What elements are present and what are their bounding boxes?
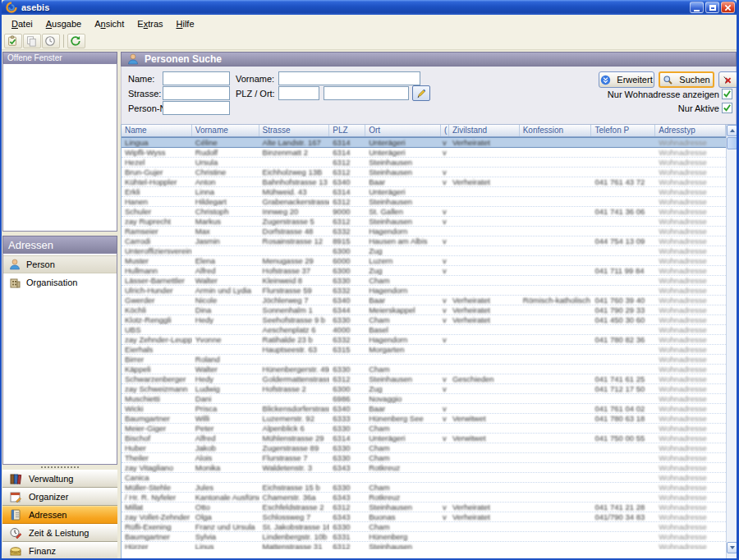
table-row[interactable]: RamseierMaxDorfstrasse 486332HagendornWo… bbox=[122, 227, 726, 236]
menu-hilfe[interactable]: Hilfe bbox=[170, 16, 201, 31]
cell-ort: Steinhausen bbox=[365, 217, 441, 226]
menu-extras[interactable]: Extras bbox=[131, 16, 169, 31]
table-row[interactable]: CanicaWohnadresse bbox=[122, 473, 726, 483]
table-row[interactable]: Ulrich-HunderArmin und LydiaFlurstrasse … bbox=[122, 286, 726, 296]
column-header-konfession[interactable]: Konfession bbox=[520, 125, 592, 136]
sidebar-item-label: Person bbox=[26, 259, 55, 269]
ort-input[interactable] bbox=[324, 86, 409, 100]
table-row[interactable]: UBSAeschenplatz 64000BaselWohnadresse bbox=[122, 325, 726, 335]
suchen-button[interactable]: Suchen bbox=[659, 71, 714, 88]
table-row[interactable]: MusterElenaMenugasse 296000LuzernvWohnad… bbox=[122, 256, 726, 266]
table-row[interactable]: CarrodiJasminRosainstrasse 128915Hausen … bbox=[122, 236, 726, 246]
column-header-adresstyp[interactable]: Adresstyp bbox=[655, 125, 726, 136]
table-row[interactable]: EierhalsHauptseestr. 636315MorgartenWohn… bbox=[122, 345, 726, 355]
table-row[interactable]: Brun-GujerChristineEichholzweg 13B6312St… bbox=[122, 168, 726, 177]
table-row[interactable]: Unteroffiziersverein6300ZugWohnadresse bbox=[122, 246, 726, 256]
column-header-name[interactable]: Name bbox=[122, 125, 192, 136]
table-row[interactable]: zay Vollet-ZehnderOlgaSchlossweg 76343Bu… bbox=[122, 512, 726, 522]
nav-item-verwaltung[interactable]: Verwaltung bbox=[2, 470, 117, 488]
scrollbar-down-button[interactable] bbox=[727, 542, 737, 553]
table-row[interactable]: Wipfli-WyssRudolfBinzenmatt 26314Unteräg… bbox=[122, 148, 726, 158]
table-row[interactable]: ErkliLinnaMühweid. 436314UnterägeriWohna… bbox=[122, 187, 726, 197]
name-input[interactable] bbox=[163, 71, 230, 85]
table-row[interactable]: zay RuprechtMarkusZugerstrasse 56312Stei… bbox=[122, 217, 726, 227]
cell-ort: Zug bbox=[365, 266, 441, 275]
maximize-button[interactable] bbox=[705, 2, 719, 13]
aktive-checkbox[interactable] bbox=[722, 103, 732, 113]
person-nr-input[interactable] bbox=[163, 101, 230, 115]
column-header-vorname[interactable]: Vorname bbox=[192, 125, 259, 136]
table-row[interactable]: HullmannAlfredHofstrasse 376300Zugv041 7… bbox=[122, 266, 726, 276]
table-row[interactable]: KöchliDinaSonnenhalm 16344MeierskappelvV… bbox=[122, 305, 726, 315]
close-button[interactable] bbox=[721, 2, 735, 13]
table-row[interactable]: / Hr. R. NyfelerKantonale AusfürsorgeCha… bbox=[122, 493, 726, 503]
table-row[interactable]: BischofAlfredMühlenstrasse 296314Unteräg… bbox=[122, 434, 726, 443]
toolbar-button-refresh[interactable] bbox=[67, 34, 85, 48]
table-row[interactable]: LinguaCélineAlte Landstr. 1676314Unteräg… bbox=[122, 137, 726, 148]
table-row[interactable]: MuschiettiDani6986NovaggioWohnadresse bbox=[122, 394, 726, 404]
table-row[interactable]: zay SchweizmannLudwigHofstrasse 26300Zug… bbox=[122, 384, 726, 394]
plz-lookup-button[interactable] bbox=[412, 85, 430, 101]
table-row[interactable]: zay VitaglianoMonikaWaldetenstr. 36343Ro… bbox=[122, 463, 726, 473]
sidebar-item-organisation[interactable]: Organisation bbox=[3, 273, 117, 291]
column-header-flag[interactable]: ( bbox=[441, 125, 449, 136]
clear-search-button[interactable] bbox=[718, 71, 738, 88]
nav-item-organizer[interactable]: Organizer bbox=[2, 488, 117, 506]
cell-konfession bbox=[520, 207, 592, 216]
table-row[interactable]: HürzerLinusMattenstrasse 316312Steinhaus… bbox=[122, 542, 726, 549]
plz-input[interactable] bbox=[278, 86, 319, 100]
strasse-input[interactable] bbox=[163, 86, 230, 100]
menu-datei[interactable]: Datei bbox=[5, 16, 39, 31]
column-header-plz[interactable]: PLZ bbox=[329, 125, 365, 136]
nav-item-adressen[interactable]: Adressen bbox=[2, 506, 117, 524]
table-row[interactable]: Meier-GigerPeterAlpenblick 66330ChamWohn… bbox=[122, 424, 726, 434]
table-row[interactable]: Kühtel-HopplerAntonBahnhofstrasse 136340… bbox=[122, 177, 726, 187]
sidebar-item-person[interactable]: Person bbox=[3, 255, 117, 273]
table-row[interactable]: MillatOttoEschfeldstrasse 26312Steinhaus… bbox=[122, 503, 726, 512]
column-header-ort[interactable]: Ort bbox=[365, 125, 441, 136]
table-row[interactable]: HuberJakobZugerstrasse 896330ChamWohnadr… bbox=[122, 443, 726, 453]
table-row[interactable]: TheilerAloisFlurstrasse 76330ChamWohnadr… bbox=[122, 453, 726, 463]
table-row[interactable]: BaumgartnerSylviaLindenbergstr. 10b6331H… bbox=[122, 532, 726, 542]
cell-zivilstand bbox=[449, 187, 520, 196]
cell-vorname: Linus bbox=[192, 542, 259, 549]
nav-item-zeit-leistung[interactable]: Zeit & Leistung bbox=[2, 524, 117, 542]
toolbar-button-clipboard-check[interactable] bbox=[4, 34, 22, 48]
toolbar-button-clipboard-copy[interactable] bbox=[23, 34, 41, 48]
table-row[interactable]: KäppeliWalterHünenbergerstr. 49d6330Cham… bbox=[122, 365, 726, 374]
table-row[interactable]: HanenHildegartGrabenackerstrasse ...6312… bbox=[122, 197, 726, 207]
cell-name: Käppeli bbox=[122, 365, 192, 374]
table-row[interactable]: SchulerChristophInnweg 209000St. Gallenv… bbox=[122, 207, 726, 217]
table-row[interactable]: HezelUrsula6312SteinhausenWohnadresse bbox=[122, 158, 726, 168]
table-row[interactable]: Müller-StehleJulesEichstrasse 15 b6330Ch… bbox=[122, 483, 726, 493]
column-header-zivilstand[interactable]: Zivilstand bbox=[449, 125, 520, 136]
cell-strasse: Schlossweg 7 bbox=[259, 512, 330, 521]
table-row[interactable]: WickiPriscaBlickensdorferstrasse ...6340… bbox=[122, 404, 726, 414]
column-header-strasse[interactable]: Strasse bbox=[259, 125, 330, 136]
table-row[interactable]: SchwarzenbergerHedyGoldermattenstrasse .… bbox=[122, 374, 726, 384]
table-row[interactable]: zay Zehnder-LeuppiYvonneRatihalde 23 b63… bbox=[122, 335, 726, 345]
toolbar-button-clock[interactable] bbox=[42, 34, 60, 48]
scrollbar-up-button[interactable] bbox=[727, 125, 737, 136]
nav-item-finanz[interactable]: Finanz bbox=[2, 542, 117, 560]
table-row[interactable]: Klotz-RenggliHedySeehofstrasse 9 b6330Ch… bbox=[122, 315, 726, 325]
open-windows-list[interactable] bbox=[2, 63, 117, 232]
erweitert-button[interactable]: Erweitert bbox=[599, 71, 654, 88]
vorname-input[interactable] bbox=[278, 71, 420, 85]
menu-ansicht[interactable]: Ansicht bbox=[88, 16, 131, 31]
menu-ausgabe[interactable]: Ausgabe bbox=[39, 16, 88, 31]
minimize-button[interactable] bbox=[690, 2, 704, 13]
table-row[interactable]: BirrerRolandWohnadresse bbox=[122, 355, 726, 365]
wohnadresse-checkbox[interactable] bbox=[722, 89, 732, 99]
table-row[interactable]: GwerderNicoleJöchlerweg 76340BaarvVerhei… bbox=[122, 296, 726, 305]
cell-zivilstand bbox=[449, 384, 520, 393]
table-row[interactable]: Lässer-BarnettlerWalterKleinweid 86330Ch… bbox=[122, 276, 726, 286]
cell-konfession bbox=[520, 493, 592, 502]
column-header-telefonp[interactable]: Telefon P bbox=[591, 125, 655, 136]
table-row[interactable]: BaumgartnerWilliLuzernerstr. 926333Hünen… bbox=[122, 414, 726, 424]
vertical-scrollbar[interactable] bbox=[726, 125, 737, 560]
cell-telefonp: 041 450 30 60 bbox=[591, 315, 655, 324]
cell-name: / Hr. R. Nyfeler bbox=[122, 493, 192, 502]
scrollbar-thumb[interactable] bbox=[727, 137, 737, 149]
table-row[interactable]: Rüfli-ExeningFranz und UrsulaSt. Jakobst… bbox=[122, 522, 726, 532]
